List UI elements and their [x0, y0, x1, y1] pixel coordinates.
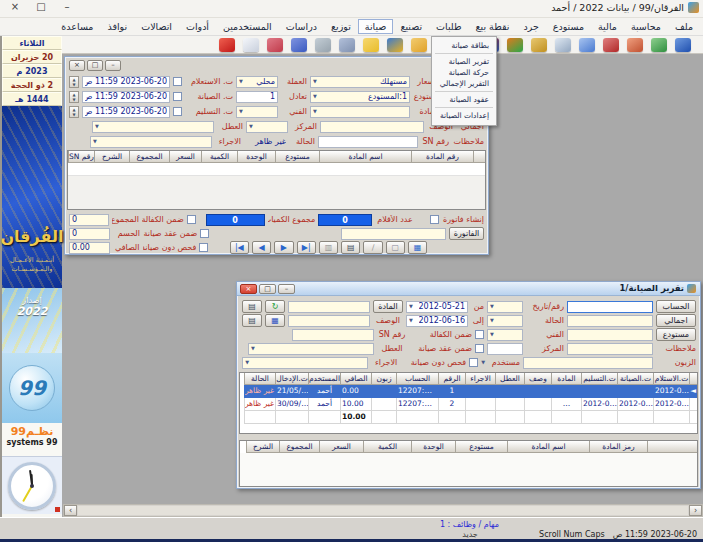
- col-header[interactable]: الرقم: [438, 373, 465, 385]
- maintenance-date-field[interactable]: 2023-06-20 11:59 ص: [82, 91, 170, 103]
- print-button[interactable]: ▤: [341, 241, 360, 254]
- delivery-date-spinner[interactable]: ▲▼: [69, 106, 79, 118]
- search-doc-icon[interactable]: [555, 38, 571, 52]
- invoice-field[interactable]: [341, 228, 446, 240]
- col-header[interactable]: الوحدة: [237, 151, 275, 163]
- numdate-combo[interactable]: ▼: [487, 301, 523, 313]
- warranty-filter-checkbox[interactable]: [475, 330, 484, 339]
- col-header[interactable]: ت.التسليم: [581, 373, 617, 385]
- save-blue-icon[interactable]: [291, 38, 307, 52]
- menu-item-maintenance-movement[interactable]: حركة الصيانة: [432, 67, 496, 78]
- menu-orders[interactable]: طلبات: [429, 19, 468, 34]
- prev-record-button[interactable]: ◀: [252, 241, 271, 254]
- scrollbar-track[interactable]: [78, 506, 688, 515]
- col-header[interactable]: الوحدة: [411, 441, 455, 453]
- new-record-button[interactable]: ▢: [386, 241, 405, 254]
- delivery-date-field[interactable]: 2023-06-20 11:59 ص: [82, 106, 170, 118]
- menu-tools[interactable]: أدوات: [179, 19, 216, 34]
- col-header[interactable]: الاجراء: [465, 373, 495, 385]
- tasks-link[interactable]: مهام / وظائف : 1: [412, 520, 527, 529]
- col-header[interactable]: الشرح: [246, 441, 279, 453]
- menu-manufacturing[interactable]: تصنيع: [393, 19, 429, 34]
- empty-grid-row[interactable]: [68, 163, 485, 176]
- col-header[interactable]: المادة: [551, 373, 581, 385]
- material-combo[interactable]: ▼: [310, 106, 410, 118]
- inquiry-date-checkbox[interactable]: [173, 77, 182, 86]
- list-icon[interactable]: [579, 38, 595, 52]
- col-header[interactable]: المجموع: [279, 441, 319, 453]
- refresh-button[interactable]: ↻: [265, 300, 285, 313]
- col-header[interactable]: الحساب: [396, 373, 438, 385]
- col-header[interactable]: اسم المادة: [507, 441, 589, 453]
- menu-communications[interactable]: اتصالات: [134, 19, 179, 34]
- technician-filter-combo[interactable]: ▼: [487, 329, 523, 341]
- col-header[interactable]: زبون: [371, 373, 396, 385]
- book-icon[interactable]: [675, 38, 691, 52]
- inquiry-date-field[interactable]: 2023-06-20 11:59 ص: [82, 76, 170, 88]
- col-header[interactable]: الكمية: [201, 151, 237, 163]
- drawer-icon[interactable]: [411, 38, 427, 52]
- child-close-icon[interactable]: ×: [69, 60, 85, 71]
- description-filter-field[interactable]: [288, 315, 370, 327]
- center-filter-field[interactable]: [487, 343, 523, 355]
- warranty-checkbox[interactable]: [187, 215, 196, 224]
- print-button[interactable]: ▤: [242, 314, 262, 327]
- menu-users[interactable]: المستخدمين: [216, 19, 279, 34]
- menu-inventory[interactable]: جرد: [516, 19, 545, 34]
- status-filter-combo[interactable]: ▼: [487, 315, 523, 327]
- col-header[interactable]: رقم SN: [68, 151, 94, 163]
- delivery-date-checkbox[interactable]: [173, 107, 182, 116]
- to-date-combo[interactable]: 2012-06-16▼: [406, 315, 468, 327]
- next-record-button[interactable]: ▶: [274, 241, 293, 254]
- restore-icon[interactable]: □: [34, 1, 48, 12]
- child-minimize-icon[interactable]: –: [105, 60, 121, 71]
- user-icon[interactable]: [363, 38, 379, 52]
- menu-accounting[interactable]: محاسبة: [624, 19, 668, 34]
- sn-field[interactable]: [318, 136, 418, 148]
- menu-item-total-report[interactable]: التقرير الإجمالي: [432, 78, 496, 89]
- edit-button[interactable]: ∕: [363, 241, 382, 254]
- child-restore-icon[interactable]: □: [87, 60, 103, 71]
- contract-checkbox[interactable]: [200, 229, 209, 238]
- col-header[interactable]: السعر: [319, 441, 363, 453]
- menu-help[interactable]: مساعدة: [54, 19, 100, 34]
- col-header[interactable]: الشرح: [94, 151, 129, 163]
- print-button[interactable]: ▤: [242, 300, 262, 313]
- col-header[interactable]: العطل: [495, 373, 524, 385]
- col-header[interactable]: المستخدم: [308, 373, 340, 385]
- menu-item-maintenance-contracts[interactable]: عقود الصيانة: [432, 94, 496, 105]
- action-filter-combo[interactable]: ▼: [242, 357, 368, 369]
- scroll-left-icon[interactable]: ‹: [64, 505, 77, 516]
- col-header[interactable]: ت.الاستلام: [653, 373, 689, 385]
- col-header[interactable]: ت.الإدخال: [275, 373, 308, 385]
- scales-icon[interactable]: [531, 38, 547, 52]
- prices-combo[interactable]: مستهلك▼: [310, 76, 410, 88]
- menu-item-maintenance-report[interactable]: تقرير الصيانة: [432, 56, 496, 67]
- menu-pos[interactable]: نقطة بيع: [468, 19, 516, 34]
- menu-finance[interactable]: مالية: [591, 19, 624, 34]
- material-button[interactable]: المادة: [373, 300, 403, 313]
- col-header[interactable]: الصافي: [340, 373, 371, 385]
- inquiry-date-spinner[interactable]: ▲▼: [69, 76, 79, 88]
- invoice-button[interactable]: الفاتورة: [449, 227, 484, 240]
- last-record-button[interactable]: ▶|: [297, 241, 316, 254]
- from-date-combo[interactable]: 2012-05-21▼: [406, 301, 468, 313]
- technician-combo[interactable]: ▼: [236, 106, 278, 118]
- totals-field[interactable]: [567, 315, 653, 327]
- fault-combo[interactable]: ▼: [92, 121, 214, 133]
- check-only-filter-checkbox[interactable]: [469, 358, 478, 367]
- col-header[interactable]: اسم المادة: [319, 151, 411, 163]
- menu-distribution[interactable]: توزيع: [324, 19, 358, 34]
- warehouse-filter-field[interactable]: [567, 329, 653, 341]
- col-header[interactable]: السعر: [169, 151, 201, 163]
- totals-button[interactable]: اجمالي: [656, 314, 696, 327]
- col-header[interactable]: الكمية: [363, 441, 411, 453]
- spheres-blue-icon[interactable]: [507, 38, 523, 52]
- palms-icon[interactable]: [651, 38, 667, 52]
- chevron-down-icon[interactable]: ▼: [481, 360, 485, 365]
- currency-combo[interactable]: محلي▼: [236, 76, 278, 88]
- quill-icon[interactable]: [603, 38, 619, 52]
- notes-filter-field[interactable]: [567, 343, 653, 355]
- minimize-icon[interactable]: –: [278, 284, 295, 294]
- save-button[interactable]: ▦: [265, 314, 285, 327]
